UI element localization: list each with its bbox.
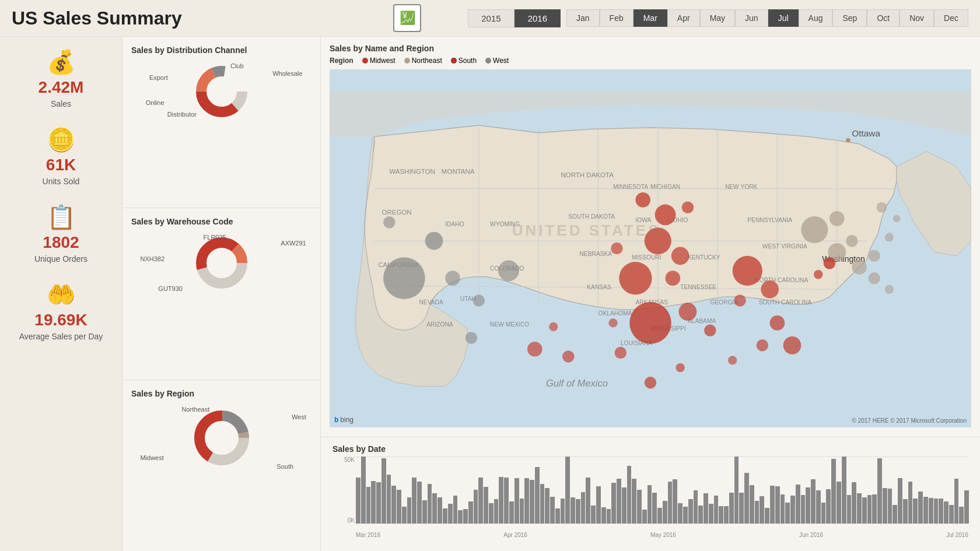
bar-70 [714,496,719,524]
month-btn-mar[interactable]: Mar [634,9,667,27]
bar-42 [570,497,575,524]
bar-38 [550,497,555,524]
svg-text:Gulf of Mexico: Gulf of Mexico [546,378,608,389]
bar-16 [438,497,442,524]
bar-20 [458,510,463,524]
bar-68 [704,493,708,524]
month-btn-dec[interactable]: Dec [934,9,968,27]
map-svg: Gulf of Mexico [330,69,971,427]
legend-region-label: Region [330,57,354,65]
bar-30 [509,501,514,524]
kpi-value-0: 2.42M [38,78,84,97]
svg-point-65 [445,271,460,286]
month-btn-jun[interactable]: Jun [735,9,768,27]
bar-13 [422,500,427,524]
month-btn-jan[interactable]: Jan [566,9,600,27]
kpi-value-2: 1802 [43,233,79,252]
y-label-0k: 0K [348,517,355,524]
bar-101 [872,494,877,524]
svg-point-100 [733,256,762,286]
bar-86 [796,485,800,524]
svg-text:WYOMING: WYOMING [490,221,520,227]
bar-105 [892,505,897,524]
month-btn-sep[interactable]: Sep [832,9,867,27]
bar-63 [678,503,682,524]
legend-northeast-label: Northeast [412,57,442,65]
bar-61 [668,482,673,524]
month-btn-apr[interactable]: Apr [667,9,700,27]
svg-point-86 [676,363,684,372]
svg-point-91 [852,259,867,275]
legend-northeast: Northeast [404,57,442,65]
month-filter: JanFebMarAprMayJunJulAugSepOctNovDec [566,9,968,27]
bar-60 [663,501,667,524]
svg-point-67 [498,260,519,281]
kpi-value-3: 19.69K [34,311,87,329]
bar-78 [755,501,760,524]
kpi-card-1: 🪙 61K Units Sold [9,126,113,186]
bar-107 [903,499,908,524]
month-btn-may[interactable]: May [700,9,735,27]
bar-72 [724,506,729,524]
svg-text:ARIZONA: ARIZONA [426,321,453,328]
bar-49 [607,509,611,524]
year-btn-2015[interactable]: 2015 [468,9,514,27]
bar-3 [371,481,376,524]
bar-47 [596,486,601,524]
bar-109 [913,499,918,524]
kpi-icon-2: 📋 [47,203,76,231]
bar-21 [463,509,468,524]
month-btn-nov[interactable]: Nov [900,9,934,27]
year-btn-2016[interactable]: 2016 [514,9,561,27]
bar-69 [709,504,713,524]
svg-point-81 [562,350,574,362]
bar-90 [816,490,821,524]
year-filter: 20152016 [468,9,561,27]
svg-point-85 [645,377,656,388]
bar-112 [929,498,933,524]
svg-text:WEST VIRGINIA: WEST VIRGINIA [762,243,807,250]
bar-65 [688,499,693,524]
bar-37 [545,488,550,524]
map-title: Sales by Name and Region [330,44,971,53]
legend-midwest-label: Midwest [370,57,396,65]
month-btn-aug[interactable]: Aug [799,9,833,27]
bar-59 [657,508,662,524]
bar-44 [581,492,586,524]
svg-text:IOWA: IOWA [635,217,651,223]
legend-west-label: West [493,57,509,65]
bar-6 [387,475,391,524]
bar-24 [478,478,483,524]
svg-point-94 [893,215,901,222]
bar-75 [739,493,744,524]
map-frame[interactable]: Gulf of Mexico [330,69,971,427]
bar-32 [520,499,524,524]
south-dot [451,58,457,64]
bing-watermark: b bing [334,416,354,424]
svg-text:WASHINGTON: WASHINGTON [389,168,435,175]
bar-10 [407,497,412,524]
bar-36 [540,484,545,524]
svg-point-60 [846,138,850,143]
x-axis-labels: Mar 2016 Apr 2016 May 2016 Jun 2016 Jul … [356,532,968,538]
bar-39 [555,508,560,524]
bar-115 [944,501,949,524]
month-btn-feb[interactable]: Feb [600,9,634,27]
bar-53 [627,466,632,524]
kpi-icon-3: 🤲 [47,281,76,308]
month-btn-jul[interactable]: Jul [768,9,799,27]
svg-point-80 [615,347,626,359]
kpi-card-0: 💰 2.42M Sales [9,48,113,108]
svg-point-74 [619,262,652,294]
dist-label-wholesale: Wholesale [272,70,302,77]
bar-103 [883,488,887,524]
svg-point-66 [473,294,485,306]
bar-111 [923,497,928,524]
bar-87 [801,495,806,524]
bar-93 [831,459,836,524]
svg-text:NEW MEXICO: NEW MEXICO [490,321,529,328]
svg-point-95 [877,202,887,213]
month-btn-oct[interactable]: Oct [867,9,900,27]
bing-b: b [334,416,338,424]
kpi-card-3: 🤲 19.69K Average Sales per Day [9,281,113,341]
